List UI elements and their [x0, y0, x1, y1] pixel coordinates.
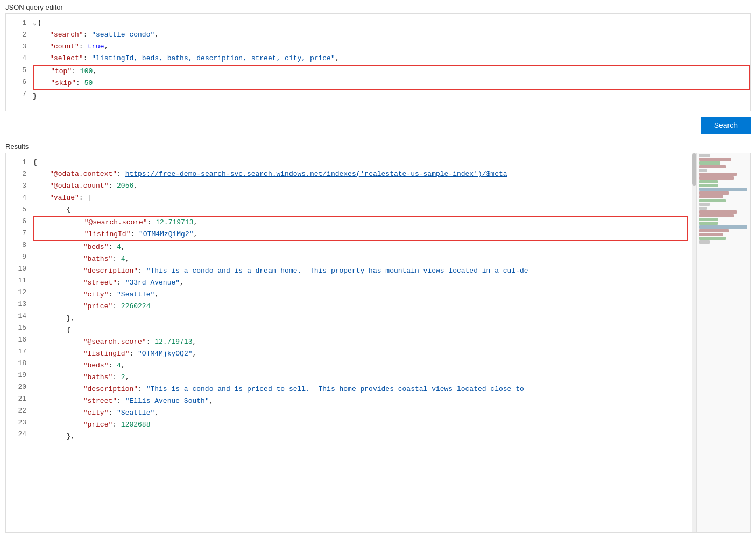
- ln-1: 1: [6, 17, 26, 29]
- results-line-5: {: [33, 204, 688, 216]
- results-code-area[interactable]: 1 2 3 4 5 6 7 8 9 10 11 12 13 14 15 16 1…: [6, 153, 688, 446]
- results-line-10: "description": "This is a condo and is a…: [33, 265, 688, 277]
- collapse-icon[interactable]: ⌄: [33, 17, 37, 29]
- results-line-19: "baths": 2,: [33, 372, 688, 383]
- editor-line-4: "select": "listingId, beds, baths, descr…: [33, 53, 750, 65]
- results-line-21: "street": "Ellis Avenue South",: [33, 395, 688, 407]
- results-line-numbers: 1 2 3 4 5 6 7 8 9 10 11 12 13 14 15 16 1…: [6, 157, 33, 443]
- ln-5: 5: [6, 65, 26, 76]
- results-line-4: "value": [: [33, 192, 688, 204]
- results-line-13: "price": 2260224: [33, 301, 688, 312]
- editor-line-7: }: [33, 90, 750, 102]
- editor-line-2: "search": "seattle condo",: [33, 29, 750, 41]
- results-line-2: "@odata.context": https://free-demo-sear…: [33, 168, 688, 180]
- editor-section: 1 2 3 4 5 6 7 ⌄ { "search": "seattle con…: [5, 13, 751, 111]
- results-line-3: "@odata.count": 2056,: [33, 180, 688, 192]
- results-line-6: "@search.score": 12.719713,: [34, 217, 687, 229]
- editor-line-numbers: 1 2 3 4 5 6 7: [6, 17, 33, 108]
- results-line-17: "listingId": "OTM4MjkyOQ2",: [33, 348, 688, 360]
- results-highlight-box: "@search.score": 12.719713, "listingId":…: [33, 216, 688, 241]
- results-line-22: "city": "Seattle",: [33, 407, 688, 419]
- results-minimap: [696, 153, 750, 532]
- results-line-18: "beds": 4,: [33, 360, 688, 372]
- editor-highlight-box: "top": 100, "skip": 50: [33, 65, 750, 90]
- results-line-15: {: [33, 324, 688, 336]
- editor-line-6: "skip": 50: [34, 77, 749, 89]
- results-code-content: { "@odata.context": https://free-demo-se…: [33, 157, 688, 443]
- results-section-label: Results: [0, 139, 756, 153]
- results-line-7: "listingId": "OTM4MzQ1Mg2",: [34, 229, 687, 240]
- results-scrollbar-track[interactable]: [692, 153, 696, 532]
- editor-line-3: "count": true,: [33, 41, 750, 53]
- results-line-8: "beds": 4,: [33, 241, 688, 253]
- results-line-14: },: [33, 312, 688, 324]
- results-line-16: "@search.score": 12.719713,: [33, 336, 688, 348]
- results-line-9: "baths": 4,: [33, 253, 688, 265]
- results-line-20: "description": "This is a condo and is p…: [33, 383, 688, 395]
- editor-line-5: "top": 100,: [34, 66, 749, 77]
- ln-6: 6: [6, 76, 26, 88]
- page-container: JSON query editor 1 2 3 4 5 6 7 ⌄ {: [0, 0, 756, 533]
- ln-3: 3: [6, 41, 26, 53]
- search-button[interactable]: Search: [701, 117, 751, 134]
- editor-line-1: ⌄ {: [33, 17, 750, 29]
- results-section: 1 2 3 4 5 6 7 8 9 10 11 12 13 14 15 16 1…: [5, 153, 751, 533]
- results-line-12: "city": "Seattle",: [33, 289, 688, 301]
- ln-2: 2: [6, 29, 26, 41]
- results-line-11: "street": "33rd Avenue",: [33, 277, 688, 289]
- ln-4: 4: [6, 53, 26, 65]
- results-scrollbar-thumb[interactable]: [692, 153, 696, 186]
- editor-section-label: JSON query editor: [0, 0, 756, 13]
- results-line-1: {: [33, 157, 688, 168]
- ln-7: 7: [6, 88, 26, 100]
- editor-code-content[interactable]: ⌄ { "search": "seattle condo", "count": …: [33, 17, 750, 108]
- editor-code-area[interactable]: 1 2 3 4 5 6 7 ⌄ { "search": "seattle con…: [6, 14, 750, 111]
- results-line-24: },: [33, 431, 688, 443]
- results-line-23: "price": 1202688: [33, 419, 688, 431]
- search-button-row: Search: [0, 111, 756, 139]
